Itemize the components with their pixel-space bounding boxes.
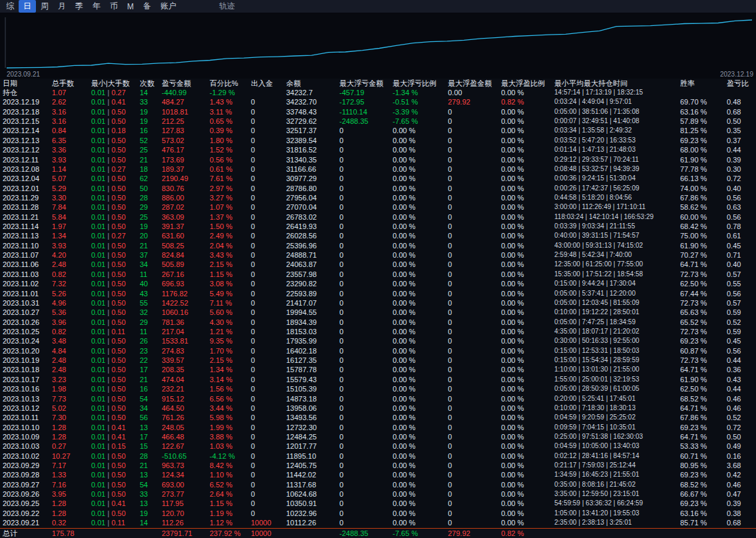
menu-item-季[interactable]: 季	[71, 0, 88, 13]
table-row[interactable]: 2023.10.030.270.01 | 0.1515122.671.03 %0…	[0, 441, 756, 451]
table-row[interactable]: 2023.10.091.280.01 | 0.4117466.483.88 %0…	[0, 432, 756, 441]
table-row[interactable]: 2023.11.027.320.01 | 0.5040696.933.08 %0…	[0, 279, 756, 288]
table-row[interactable]: 2023.09.221.280.01 | 0.5019120.701.19 %0…	[0, 509, 756, 518]
win-cell: 61.90 %	[680, 375, 727, 384]
minmax-lots-cell: 0.01 | 0.50	[91, 375, 140, 384]
table-row[interactable]: 2023.10.125.020.01 | 0.5034464.503.44 %0…	[0, 404, 756, 413]
menu-item-综[interactable]: 综	[1, 0, 19, 13]
table-row[interactable]: 2023.12.081.140.01 | 0.2718189.370.61 %0…	[0, 164, 756, 174]
mfl-cell: 0	[339, 336, 393, 346]
pct-cell: 1.03 %	[210, 441, 251, 451]
table-row[interactable]: 2023.11.293.300.01 | 0.5028886.003.27 %0…	[0, 193, 756, 202]
table-row[interactable]: 2023.12.153.160.01 | 0.5019212.250.65 %0…	[0, 117, 756, 126]
lots-cell: 7.73	[52, 394, 91, 404]
mfpp-cell: 0.00 %	[501, 250, 554, 260]
menu-item-币[interactable]: 币	[105, 0, 122, 13]
table-row[interactable]: 2023.09.210.320.01 | 0.1114112.261.12 %1…	[0, 518, 756, 527]
plr-cell: 0.59	[727, 308, 756, 317]
menu-item-备[interactable]: 备	[138, 0, 156, 13]
table-row[interactable]: 2023.11.030.820.01 | 0.5011267.161.15 %0…	[0, 270, 756, 279]
table-row[interactable]: 持仓1.070.01 | 0.2714-440.99-1.29 %34232.7…	[0, 88, 756, 97]
table-row[interactable]: 2023.10.263.960.01 | 0.5029781.364.30 %0…	[0, 318, 756, 327]
table-total-row[interactable]: 总计175.7823791.71237.92 %10000-2488.35-7.…	[0, 528, 756, 538]
table-row[interactable]: 2023.12.136.350.01 | 0.5052573.021.80 %0…	[0, 136, 756, 145]
table-row[interactable]: 2023.12.140.840.01 | 0.1816127.830.39 %0…	[0, 126, 756, 135]
table-row[interactable]: 2023.09.251.280.01 | 0.4113117.951.15 %0…	[0, 499, 756, 508]
table-row[interactable]: 2023.11.062.480.01 | 0.5034505.892.15 %0…	[0, 260, 756, 269]
plr-cell: 0.36	[727, 365, 756, 374]
win-cell: 64.71 %	[680, 432, 727, 441]
win-cell: 65.63 %	[680, 308, 727, 317]
mflp-cell: 0.00 %	[393, 375, 448, 384]
table-row[interactable]: 2023.09.263.950.01 | 0.5033273.772.64 %0…	[0, 489, 756, 499]
count-cell: 21	[140, 461, 162, 470]
minmax-lots-cell: 0.01 | 0.50	[91, 202, 140, 212]
table-row[interactable]: 2023.10.204.840.01 | 0.5023274.831.70 %0…	[0, 346, 756, 356]
table-row[interactable]: 2023.10.173.230.01 | 0.5021474.043.14 %0…	[0, 375, 756, 384]
table-row[interactable]: 2023.10.192.480.01 | 0.5022339.572.15 %0…	[0, 356, 756, 365]
mfpp-cell: 0.00 %	[501, 270, 554, 279]
table-row[interactable]: 2023.10.137.730.01 | 0.5054915.126.56 %0…	[0, 394, 756, 404]
table-row[interactable]: 2023.12.113.930.01 | 0.5021173.690.56 %0…	[0, 155, 756, 164]
table-row[interactable]: 2023.10.0210.270.01 | 0.5028-510.65-4.12…	[0, 451, 756, 461]
table-row[interactable]: 2023.10.117.300.01 | 0.5056761.265.98 %0…	[0, 413, 756, 422]
balance-cell: 16127.35	[286, 356, 339, 365]
time-cell: 0:20:00 | 5:25:41 | 17:45:01	[554, 394, 680, 404]
minmax-lots-cell: 0.01 | 0.11	[91, 327, 140, 336]
table-row[interactable]: 2023.12.192.620.01 | 0.4133484.271.43 %0…	[0, 97, 756, 107]
table-row[interactable]: 2023.11.074.200.01 | 0.5037824.843.43 %0…	[0, 250, 756, 260]
table-row[interactable]: 2023.11.015.260.01 | 0.50431176.825.49 %…	[0, 289, 756, 298]
menu-item-日[interactable]: 日	[19, 0, 36, 13]
chart-start-date-label: 2023.09.21	[7, 71, 40, 78]
table-row[interactable]: 2023.10.243.480.01 | 0.50261533.819.35 %…	[0, 336, 756, 346]
count-cell: 26	[140, 336, 162, 346]
pnl-cell: 963.73	[162, 461, 210, 470]
table-row[interactable]: 2023.09.281.330.01 | 0.5013124.341.10 %0…	[0, 470, 756, 479]
inout-cell: 0	[251, 126, 286, 135]
minmax-lots-cell: 0.01 | 0.50	[91, 356, 140, 365]
win-cell: 63.16 %	[680, 509, 727, 518]
menu-item-月[interactable]: 月	[53, 0, 71, 13]
win-cell: 85.71 %	[680, 518, 727, 527]
inout-cell: 0	[251, 298, 286, 308]
table-row[interactable]: 2023.10.314.960.01 | 0.50551422.527.11 %…	[0, 298, 756, 308]
pnl-cell: 267.16	[162, 270, 210, 279]
plr-cell: 0.59	[727, 327, 756, 336]
menu-item-年[interactable]: 年	[88, 0, 105, 13]
menu-item-账户[interactable]: 账户	[156, 0, 181, 13]
table-row[interactable]: 2023.10.182.480.01 | 0.5017208.351.34 %0…	[0, 365, 756, 374]
table-row[interactable]: 2023.12.183.160.01 | 0.50191018.813.11 %…	[0, 107, 756, 117]
table-row[interactable]: 2023.11.287.840.01 | 0.5029287.021.07 %0…	[0, 202, 756, 212]
menu-item-M[interactable]: M	[122, 1, 138, 12]
table-row[interactable]: 2023.11.131.340.01 | 0.2720631.602.49 %0…	[0, 231, 756, 240]
inout-cell: 0	[251, 394, 286, 404]
win-cell: 67.86 %	[680, 413, 727, 422]
pnl-cell: 464.50	[162, 404, 210, 413]
plr-cell: 0.42	[727, 470, 756, 479]
table-row[interactable]: 2023.12.045.070.01 | 0.50622190.497.61 %…	[0, 174, 756, 183]
lots-cell: 2.48	[52, 365, 91, 374]
table-row[interactable]: 2023.09.297.170.01 | 0.5021963.738.42 %0…	[0, 461, 756, 470]
menu-item-轨迹[interactable]: 轨迹	[214, 0, 240, 13]
table-row[interactable]: 2023.12.015.290.01 | 0.5050830.762.97 %0…	[0, 184, 756, 193]
table-row[interactable]: 2023.10.161.980.01 | 0.5016232.211.56 %0…	[0, 384, 756, 394]
table-row[interactable]: 2023.11.141.970.01 | 0.5019391.371.50 %0…	[0, 222, 756, 231]
table-row[interactable]: 2023.10.275.360.01 | 0.50321060.165.60 %…	[0, 308, 756, 317]
menu-item-周[interactable]: 周	[36, 0, 53, 13]
mfp-cell: 0	[448, 356, 501, 365]
table-row[interactable]: 2023.10.250.820.01 | 0.1111217.041.21 %0…	[0, 327, 756, 336]
mfp-cell: 0	[448, 318, 501, 327]
count-cell: 18	[140, 164, 162, 174]
plr-cell: 0.45	[727, 336, 756, 346]
table-row[interactable]: 2023.11.215.840.01 | 0.5025363.091.37 %0…	[0, 212, 756, 222]
table-row[interactable]: 2023.09.277.160.01 | 0.5054693.006.52 %0…	[0, 480, 756, 489]
minmax-lots-cell: 0.01 | 0.41	[91, 97, 140, 107]
table-row[interactable]: 2023.11.103.930.01 | 0.5021508.252.04 %0…	[0, 241, 756, 250]
plr-cell: 0.45	[727, 241, 756, 250]
table-row[interactable]: 2023.10.101.280.01 | 0.4113248.051.99 %0…	[0, 423, 756, 432]
mfp-cell: 0	[448, 174, 501, 183]
mfpp-cell: 0.00 %	[501, 184, 554, 193]
table-row[interactable]: 2023.12.123.360.01 | 0.5025476.171.52 %0…	[0, 145, 756, 154]
plr-cell: 0.37	[727, 136, 756, 145]
time-cell: 0:10:00 | 19:12:22 | 28:50:01	[554, 308, 680, 317]
